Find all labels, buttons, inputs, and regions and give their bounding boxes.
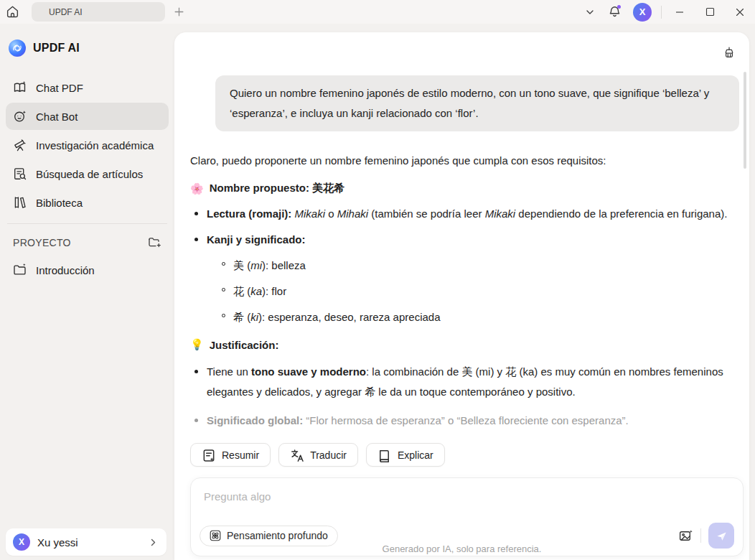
- sidebar-item-label: Investigación académica: [36, 139, 154, 151]
- resumir-button[interactable]: Resumir: [190, 443, 271, 467]
- ai-disclaimer: Generado por IA, solo para referencia.: [174, 543, 749, 554]
- maximize-button[interactable]: [695, 0, 725, 24]
- project-item-introduccion[interactable]: Introducción: [6, 256, 169, 284]
- bullet-text: Significado global: “Flor hermosa de esp…: [207, 413, 629, 428]
- sidebar-item-chat-bot[interactable]: Chat Bot: [6, 103, 169, 130]
- sub-bullet-item: 花 (ka): flor: [190, 284, 739, 299]
- brand-name: UPDF AI: [33, 42, 80, 55]
- project-section-header: PROYECTO: [6, 233, 169, 252]
- sub-bullet-item: 美 (mi): belleza: [190, 258, 739, 273]
- user-avatar: X: [13, 533, 30, 551]
- project-section-label: PROYECTO: [13, 237, 71, 248]
- minimize-icon: [675, 7, 685, 17]
- sidebar: UPDF AI Chat PDFChat BotInvestigación ac…: [0, 24, 174, 560]
- sidebar-divider: [7, 223, 167, 224]
- tab-title: UPDF AI: [49, 7, 83, 17]
- titlebar-divider: [661, 6, 662, 19]
- assistant-blocks: 🌸Nombre propuesto: 美花希Lectura (romaji): …: [190, 182, 739, 428]
- sidebar-item-label: Biblioteca: [36, 197, 83, 209]
- sidebar-item-label: Chat PDF: [36, 82, 83, 94]
- bullet-text: Kanji y significado:: [207, 232, 306, 247]
- plus-icon: [174, 6, 184, 17]
- user-name: Xu yessi: [37, 536, 141, 549]
- bullet-marker: [222, 314, 225, 317]
- dropdown-button[interactable]: [578, 0, 602, 24]
- assistant-intro: Claro, puedo proponerte un nombre femeni…: [190, 153, 739, 168]
- quick-actions: ResumirTraducirExplicar: [190, 443, 739, 467]
- sidebar-nav: Chat PDFChat BotInvestigación académicaB…: [6, 74, 169, 216]
- new-tab-button[interactable]: [174, 6, 184, 17]
- explicar-button[interactable]: Explicar: [366, 443, 445, 467]
- bullet-marker: [222, 262, 225, 266]
- updf-ai-logo-icon: [9, 39, 26, 57]
- sidebar-item-investigacion-academica[interactable]: Investigación académica: [6, 131, 169, 159]
- sub-bullet-item: 希 (ki): esperanza, deseo, rareza aprecia…: [190, 309, 739, 325]
- chat-panel: Quiero un nombre femenino japonés de est…: [174, 32, 749, 560]
- brand: UPDF AI: [6, 34, 169, 62]
- chat-input[interactable]: [191, 478, 743, 515]
- heading-text: Nombre propuesto: 美花希: [210, 182, 344, 195]
- bullet-item: Significado global: “Flor hermosa de esp…: [190, 413, 739, 428]
- bullet-item: Tiene un tono suave y moderno: la combin…: [190, 362, 739, 402]
- bullet-marker: [194, 238, 198, 241]
- bullet-marker: [194, 212, 198, 215]
- chevron-right-icon: [149, 538, 158, 547]
- folder-icon: [13, 263, 27, 277]
- close-icon: [735, 7, 745, 17]
- sidebar-item-biblioteca[interactable]: Biblioteca: [6, 189, 169, 216]
- chat-area: Quiero un nombre femenino japonés de est…: [174, 32, 739, 560]
- article-search-icon: [13, 167, 27, 181]
- attach-image-button[interactable]: [678, 528, 693, 543]
- bullet-text: 希 (ki): esperanza, deseo, rareza aprecia…: [233, 309, 441, 325]
- bullet-marker: [222, 288, 225, 291]
- cherry-blossom-icon: 🌸: [190, 182, 204, 195]
- app-window: UPDF AI X: [0, 0, 755, 560]
- bullet-item: Lectura (romaji): Mikaki o Mihaki (tambi…: [190, 206, 739, 221]
- library-icon: [13, 195, 27, 210]
- assistant-heading: 🌸Nombre propuesto: 美花希: [190, 182, 739, 195]
- action-label: Explicar: [398, 449, 433, 461]
- send-icon: [716, 530, 728, 542]
- home-button[interactable]: [0, 0, 24, 24]
- summarize-icon: [202, 448, 216, 462]
- sidebar-item-label: Chat Bot: [36, 111, 78, 123]
- bullet-text: 花 (ka): flor: [233, 284, 286, 299]
- bullet-marker: [194, 419, 198, 422]
- project-list: Introducción: [6, 256, 169, 284]
- chat-pdf-icon: [13, 80, 27, 95]
- translate-icon: [290, 448, 304, 462]
- bullet-text: Lectura (romaji): Mikaki o Mihaki (tambi…: [207, 206, 727, 221]
- action-label: Traducir: [310, 449, 347, 461]
- home-icon: [6, 5, 19, 19]
- folder-plus-icon: [148, 235, 161, 249]
- traducir-button[interactable]: Traducir: [278, 443, 358, 467]
- close-button[interactable]: [725, 0, 755, 24]
- composer-divider: [700, 528, 701, 543]
- chevron-down-icon: [585, 7, 595, 17]
- notifications-button[interactable]: [602, 0, 627, 24]
- new-project-button[interactable]: [148, 235, 161, 249]
- light-bulb-icon: 💡: [190, 338, 204, 351]
- assistant-heading: 💡Justificación:: [190, 338, 739, 351]
- sidebar-item-label: Búsqueda de artículos: [36, 168, 143, 180]
- tab-updf-ai[interactable]: UPDF AI: [32, 2, 165, 22]
- scrollbar[interactable]: [744, 72, 746, 169]
- telescope-icon: [13, 138, 27, 152]
- titlebar-avatar[interactable]: X: [633, 3, 652, 22]
- notification-dot: [617, 5, 621, 9]
- minimize-button[interactable]: [665, 0, 695, 24]
- deep-thinking-label: Pensamiento profundo: [227, 530, 328, 541]
- bullet-marker: [194, 370, 198, 373]
- project-item-label: Introducción: [36, 264, 95, 276]
- bullet-text: Tiene un tono suave y moderno: la combin…: [207, 362, 739, 402]
- maximize-icon: [705, 7, 715, 17]
- sidebar-item-busqueda-de-articulos[interactable]: Búsqueda de artículos: [6, 160, 169, 187]
- sidebar-item-chat-pdf[interactable]: Chat PDF: [6, 74, 169, 101]
- explain-icon: [378, 448, 392, 462]
- bullet-item: Kanji y significado:: [190, 232, 739, 247]
- image-icon: [678, 528, 693, 543]
- user-account-button[interactable]: X Xu yessi: [6, 528, 167, 556]
- titlebar: UPDF AI X: [0, 0, 755, 24]
- chat-bot-icon: [13, 109, 27, 123]
- heading-text: Justificación:: [210, 339, 279, 351]
